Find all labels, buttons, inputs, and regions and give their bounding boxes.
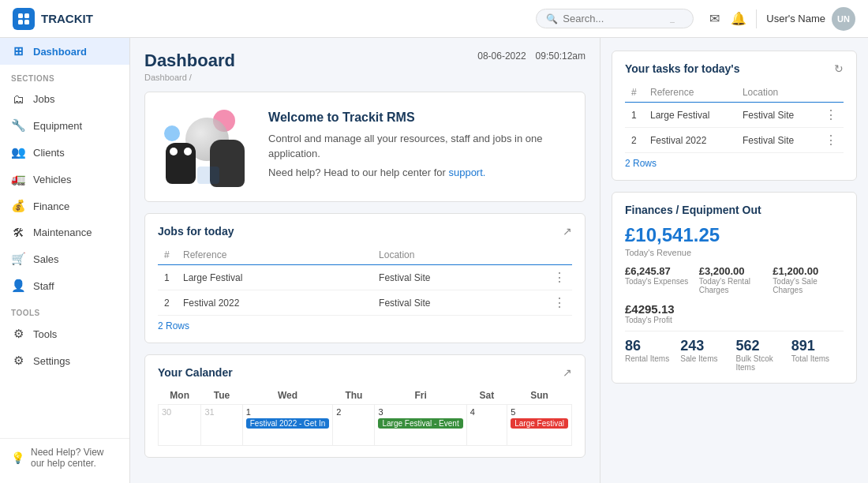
cal-day-wed: Wed	[242, 387, 333, 405]
cal-day-fri: Fri	[375, 387, 466, 405]
task-row1-menu[interactable]: ⋮	[825, 107, 837, 122]
page-header: Dashboard Dashboard / 08-06-2022 09:50:1…	[144, 51, 586, 82]
jobs-col-reference: Reference	[177, 245, 372, 265]
calendar-card-title: Your Calander ↗	[158, 366, 572, 379]
tasks-card: Your tasks for today's ↻ # Reference Loc…	[612, 51, 857, 181]
dashboard-icon: ⊞	[11, 44, 25, 58]
tasks-rows-count: 2 Rows	[625, 158, 844, 169]
jobs-col-location: Location	[372, 245, 547, 265]
finance-divider	[625, 331, 844, 331]
finance-card-title: Finances / Equipment Out	[625, 204, 844, 216]
logo-text: TRACKIT	[41, 12, 93, 25]
topnav-divider	[756, 9, 757, 28]
finance-icon: 💰	[11, 199, 25, 213]
finance-rental-items: 86 Rental Items	[625, 338, 677, 372]
tasks-col-reference: Reference	[644, 83, 736, 103]
calendar-card: Your Calander ↗ Mon Tue Wed Thu Fri Sat …	[144, 354, 586, 458]
mail-icon[interactable]: ✉	[709, 11, 720, 26]
sidebar-item-sales[interactable]: 🛒 Sales	[0, 245, 129, 272]
right-panel: Your tasks for today's ↻ # Reference Loc…	[600, 38, 868, 483]
sidebar-item-label: Equipment	[33, 120, 82, 132]
jobs-external-link[interactable]: ↗	[563, 225, 572, 238]
page-time: 09:50:12am	[536, 51, 586, 62]
finance-bulk-stock: 562 Bulk Stcok Items	[736, 338, 788, 372]
jobs-card: Jobs for today ↗ # Reference Location 1 …	[144, 213, 586, 343]
app-body: ⊞ Dashboard Sections 🗂 Jobs 🔧 Equipment …	[0, 38, 868, 483]
sidebar-item-settings[interactable]: ⚙ Settings	[0, 347, 129, 374]
sidebar-item-clients[interactable]: 👥 Clients	[0, 139, 129, 166]
welcome-card: Welcome to Trackit RMS Control and manag…	[144, 92, 586, 202]
maintenance-icon: 🛠	[11, 226, 25, 239]
staff-icon: 👤	[11, 279, 25, 293]
equipment-icon: 🔧	[11, 118, 25, 133]
jobs-col-hash: #	[158, 245, 177, 265]
sidebar-item-staff[interactable]: 👤 Staff	[0, 272, 129, 299]
svg-rect-3	[24, 20, 29, 24]
cal-event-festival2022-getin[interactable]: Festival 2022 - Get In	[246, 418, 330, 429]
sidebar-item-tools[interactable]: ⚙ Tools	[0, 320, 129, 347]
task-row1-ref: Large Festival	[644, 103, 736, 128]
tasks-refresh-btn[interactable]: ↻	[834, 62, 844, 75]
search-box[interactable]: 🔍 _	[536, 9, 694, 28]
table-row: 2 Festival 2022 Festival Site ⋮	[625, 128, 844, 153]
sidebar-item-maintenance[interactable]: 🛠 Maintenance	[0, 219, 129, 245]
cal-day-sun: Sun	[507, 387, 572, 405]
job-row2-ref: Festival 2022	[177, 290, 372, 316]
sidebar-item-label: Finance	[33, 200, 69, 212]
sidebar-item-equipment[interactable]: 🔧 Equipment	[0, 112, 129, 139]
sidebar-item-finance[interactable]: 💰 Finance	[0, 193, 129, 219]
table-row: 1 Large Festival Festival Site ⋮	[158, 265, 572, 290]
cal-day-thu: Thu	[333, 387, 375, 405]
user-area[interactable]: User's Name UN	[766, 7, 855, 31]
cal-cell-31[interactable]: 31	[201, 405, 242, 446]
tasks-card-title: Your tasks for today's ↻	[625, 62, 844, 75]
finance-items-grid: 86 Rental Items 243 Sale Items 562 Bulk …	[625, 338, 844, 372]
task-row2-loc: Festival Site	[736, 128, 818, 153]
cal-cell-3[interactable]: 3 Large Festival - Event	[375, 405, 466, 446]
cal-day-tue: Tue	[201, 387, 242, 405]
logo[interactable]: TRACKIT	[13, 8, 115, 30]
main-content: Dashboard Dashboard / 08-06-2022 09:50:1…	[130, 38, 600, 483]
sidebar-item-dashboard[interactable]: ⊞ Dashboard	[0, 38, 129, 65]
cal-cell-30[interactable]: 30	[159, 405, 201, 446]
jobs-rows-count: 2 Rows	[158, 320, 572, 331]
finance-card: Finances / Equipment Out £10,541.25 Toda…	[612, 192, 857, 384]
breadcrumb: Dashboard /	[144, 73, 235, 82]
task-row2-menu[interactable]: ⋮	[825, 133, 837, 148]
vehicles-icon: 🚛	[11, 172, 25, 186]
job-row2-menu[interactable]: ⋮	[553, 295, 566, 310]
job-row2-loc: Festival Site	[372, 290, 547, 316]
svg-rect-0	[18, 13, 23, 18]
tools-icon: ⚙	[11, 327, 25, 341]
cal-event-largefestival-event[interactable]: Large Festival - Event	[378, 418, 462, 429]
page-date: 08-06-2022	[477, 51, 526, 62]
search-input[interactable]	[563, 13, 665, 24]
bell-icon[interactable]: 🔔	[731, 11, 746, 26]
sidebar-item-label: Maintenance	[33, 227, 92, 238]
sidebar: ⊞ Dashboard Sections 🗂 Jobs 🔧 Equipment …	[0, 38, 130, 483]
finance-sale-items: 243 Sale Items	[680, 338, 732, 372]
sidebar-help[interactable]: 💡 Need Help? View our help center.	[0, 438, 129, 477]
job-row1-menu[interactable]: ⋮	[553, 270, 566, 285]
finance-expenses: £6,245.87 Today's Expenses	[625, 265, 696, 294]
job-row2-num: 2	[158, 290, 177, 316]
sidebar-item-label: Sales	[33, 253, 59, 265]
finance-total-items: 891 Total Items	[791, 338, 844, 372]
sidebar-item-jobs[interactable]: 🗂 Jobs	[0, 86, 129, 112]
page-title: Dashboard	[144, 51, 235, 71]
table-row: 2 Festival 2022 Festival Site ⋮	[158, 290, 572, 316]
task-row2-num: 2	[625, 128, 644, 153]
cal-cell-4[interactable]: 4	[466, 405, 507, 446]
cal-cell-1[interactable]: 1 Festival 2022 - Get In	[242, 405, 333, 446]
cal-cell-5[interactable]: 5 Large Festival	[507, 405, 572, 446]
cal-event-largefestival[interactable]: Large Festival	[511, 418, 568, 429]
search-icon: 🔍	[546, 13, 558, 24]
calendar-external-link[interactable]: ↗	[563, 366, 572, 379]
finance-sale-charges: £1,200.00 Today's Sale Charges	[773, 265, 844, 294]
cal-cell-2[interactable]: 2	[333, 405, 375, 446]
support-link[interactable]: support.	[448, 167, 485, 178]
tools-label: Tools	[0, 299, 129, 320]
sidebar-item-label: Staff	[33, 280, 54, 292]
tasks-col-location: Location	[736, 83, 818, 103]
sidebar-item-vehicles[interactable]: 🚛 Vehicles	[0, 166, 129, 193]
